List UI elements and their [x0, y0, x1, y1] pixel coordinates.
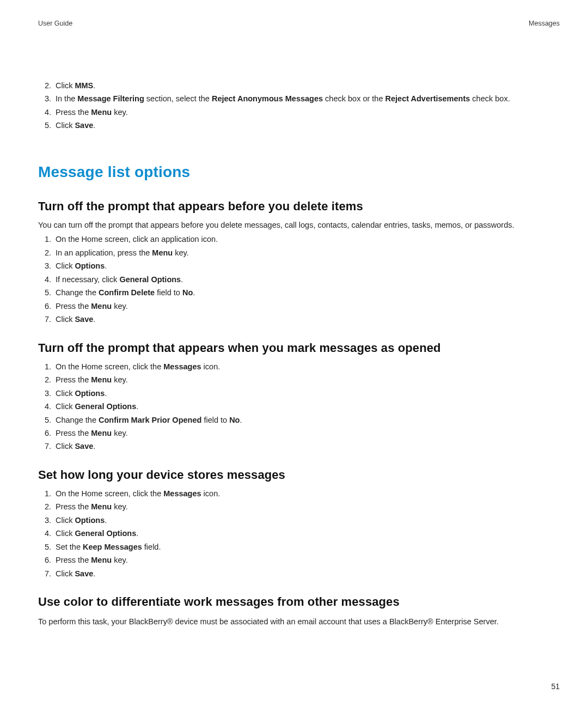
- list-item: 6.Press the Menu key.: [53, 554, 560, 566]
- list-item-text: Change the Confirm Delete field to No.: [56, 288, 195, 297]
- header-left: User Guide: [38, 20, 72, 27]
- list-number: 4.: [39, 106, 51, 118]
- list-number: 5.: [39, 287, 51, 299]
- list-item-text: Press the Menu key.: [56, 108, 128, 117]
- list-item: 7.Click Save.: [53, 568, 560, 580]
- bold-term: Messages: [163, 362, 201, 371]
- list-number: 5.: [39, 119, 51, 131]
- list-item-text: Press the Menu key.: [56, 375, 128, 384]
- bold-term: Confirm Mark Prior Opened: [99, 416, 201, 424]
- bold-term: Options: [75, 261, 105, 270]
- bold-term: Menu: [91, 375, 112, 384]
- list-item-text: Click Save.: [56, 569, 95, 578]
- bold-term: Message Filtering: [77, 94, 144, 103]
- page-number: 51: [551, 682, 560, 691]
- continued-steps-list: 2.Click MMS.3.In the Message Filtering s…: [38, 80, 560, 132]
- bold-term: Save: [75, 442, 93, 451]
- list-item: 7.Click Save.: [53, 313, 560, 325]
- list-item: 2.Press the Menu key.: [53, 501, 560, 513]
- bold-term: Menu: [152, 248, 173, 257]
- list-number: 4.: [39, 400, 51, 412]
- page: User Guide Messages 2.Click MMS.3.In the…: [0, 0, 588, 706]
- bold-term: General Options: [75, 529, 136, 538]
- list-item-text: On the Home screen, click the Messages i…: [56, 362, 220, 371]
- bold-term: Reject Anonymous Messages: [212, 94, 323, 103]
- list-item-text: Click Options.: [56, 389, 107, 398]
- list-item: 3.Click Options.: [53, 514, 560, 526]
- list-number: 4.: [39, 273, 51, 285]
- list-item: 3.In the Message Filtering section, sele…: [53, 93, 560, 105]
- list-item-text: Click Save.: [56, 121, 95, 130]
- list-item-text: Set the Keep Messages field.: [56, 543, 161, 551]
- list-number: 2.: [39, 501, 51, 513]
- subsection-heading-color-differentiate: Use color to differentiate work messages…: [38, 595, 560, 609]
- list-item: 2.Press the Menu key.: [53, 374, 560, 386]
- bold-term: No: [229, 416, 240, 424]
- steps-list-mark-opened: 1.On the Home screen, click the Messages…: [38, 361, 560, 453]
- list-item: 3.Click Options.: [53, 260, 560, 272]
- header-right: Messages: [529, 20, 560, 27]
- list-item-text: In an application, press the Menu key.: [56, 248, 189, 257]
- list-item-text: If necessary, click General Options.: [56, 275, 183, 284]
- list-item: 4.Click General Options.: [53, 400, 560, 412]
- bold-term: Messages: [163, 489, 201, 498]
- list-item: 1.On the Home screen, click the Messages…: [53, 361, 560, 373]
- bold-term: Reject Advertisements: [385, 94, 470, 103]
- list-item: 2.In an application, press the Menu key.: [53, 247, 560, 259]
- bold-term: Menu: [91, 502, 112, 511]
- list-item: 6.Press the Menu key.: [53, 300, 560, 312]
- list-item: 6.Press the Menu key.: [53, 427, 560, 439]
- bold-term: General Options: [119, 275, 181, 284]
- list-item: 5.Set the Keep Messages field.: [53, 541, 560, 553]
- list-number: 1.: [39, 233, 51, 245]
- list-item-text: Press the Menu key.: [56, 502, 128, 511]
- bold-term: Menu: [91, 108, 112, 117]
- list-item-text: Click Save.: [56, 315, 95, 324]
- bold-term: General Options: [75, 402, 136, 411]
- list-item-text: On the Home screen, click the Messages i…: [56, 489, 220, 498]
- list-item: 4.Press the Menu key.: [53, 106, 560, 118]
- list-item-text: Change the Confirm Mark Prior Opened fie…: [56, 416, 242, 424]
- bold-term: Options: [75, 516, 105, 525]
- list-number: 7.: [39, 568, 51, 580]
- list-item: 4.If necessary, click General Options.: [53, 273, 560, 285]
- bold-term: Save: [75, 121, 93, 130]
- list-number: 2.: [39, 247, 51, 259]
- subsection-heading-store-messages: Set how long your device stores messages: [38, 468, 560, 482]
- list-item: 7.Click Save.: [53, 440, 560, 452]
- list-number: 6.: [39, 554, 51, 566]
- list-item-text: Click Save.: [56, 442, 95, 451]
- steps-list-delete-prompt: 1.On the Home screen, click an applicati…: [38, 233, 560, 325]
- bold-term: Menu: [91, 556, 112, 564]
- list-item: 1.On the Home screen, click an applicati…: [53, 233, 560, 245]
- list-number: 1.: [39, 361, 51, 373]
- list-number: 3.: [39, 387, 51, 399]
- list-number: 1.: [39, 488, 51, 500]
- list-number: 7.: [39, 313, 51, 325]
- intro-paragraph: You can turn off the prompt that appears…: [38, 219, 560, 231]
- subsection-heading-mark-opened: Turn off the prompt that appears when yo…: [38, 341, 560, 355]
- bold-term: Save: [75, 569, 93, 578]
- section-heading: Message list options: [38, 163, 560, 181]
- bold-term: Menu: [91, 302, 112, 311]
- list-item: 5.Change the Confirm Mark Prior Opened f…: [53, 414, 560, 426]
- bold-term: Keep Messages: [83, 543, 142, 551]
- list-number: 2.: [39, 374, 51, 386]
- list-item-text: In the Message Filtering section, select…: [56, 94, 510, 103]
- list-number: 5.: [39, 414, 51, 426]
- list-number: 3.: [39, 514, 51, 526]
- list-item: 3.Click Options.: [53, 387, 560, 399]
- list-item-text: Click General Options.: [56, 402, 138, 411]
- list-item: 2.Click MMS.: [53, 80, 560, 92]
- bold-term: Menu: [91, 429, 112, 437]
- list-number: 7.: [39, 440, 51, 452]
- bold-term: Save: [75, 315, 93, 324]
- list-item-text: Click Options.: [56, 516, 107, 525]
- list-number: 6.: [39, 427, 51, 439]
- bold-term: Confirm Delete: [99, 288, 155, 297]
- list-item: 4.Click General Options.: [53, 527, 560, 539]
- list-item-text: Click MMS.: [56, 81, 95, 90]
- list-item-text: Click General Options.: [56, 529, 138, 538]
- bold-term: MMS: [75, 81, 93, 90]
- list-item: 1.On the Home screen, click the Messages…: [53, 488, 560, 500]
